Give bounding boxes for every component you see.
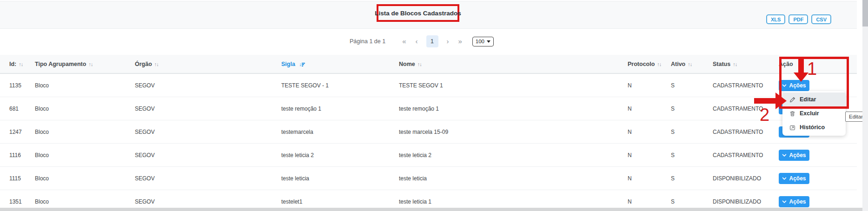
sort-icon: ↑↓ — [688, 61, 692, 67]
trash-icon — [789, 111, 795, 117]
column-header-orgao[interactable]: Órgão↑↓ — [135, 61, 281, 67]
chevron-down-icon — [782, 153, 787, 158]
acoes-button[interactable]: Ações — [779, 196, 809, 207]
page-size-value: 100 — [476, 39, 484, 44]
current-page-button[interactable]: 1 — [426, 35, 438, 47]
column-header-ativo[interactable]: Ativo↑↓ — [671, 61, 713, 67]
cell-orgao: SEGOV — [135, 129, 281, 135]
pagination-label: Página 1 de 1 — [350, 38, 385, 45]
annotation-arrow-down-head — [794, 73, 808, 82]
cell-id: 1135 — [9, 82, 35, 89]
column-header-protocolo[interactable]: Protocolo↑↓ — [628, 61, 671, 67]
cell-orgao: SEGOV — [135, 82, 281, 89]
cell-status: CADASTRAMENTO — [713, 82, 779, 89]
cell-nome: teste leticia 2 — [399, 152, 628, 158]
cell-status: DISPONIBILIZADO — [713, 198, 779, 205]
cell-id: 1351 — [9, 198, 35, 205]
chevron-down-icon — [782, 176, 787, 181]
cell-nome: teste leticia — [399, 175, 628, 182]
column-header-tipo-agrupamento[interactable]: Tipo Agrupamento↑↓ — [35, 61, 135, 67]
cell-ativo: S — [671, 198, 713, 205]
cell-id: 1115 — [9, 175, 35, 182]
chevron-down-icon — [782, 199, 787, 204]
table-row: 1247 Bloco SEGOV testemarcela teste marc… — [0, 120, 857, 144]
scrollbar-track[interactable] — [862, 0, 868, 211]
cell-status: CADASTRAMENTO — [713, 129, 779, 135]
select-caret-icon — [487, 40, 490, 43]
column-header-sigla[interactable]: Sigla ↓ — [281, 61, 399, 67]
page-title: Lista de Blocos Cadastrados — [375, 10, 461, 17]
cell-protocolo: N — [628, 175, 671, 182]
cell-id: 1116 — [9, 152, 35, 158]
last-page-button[interactable]: » — [458, 35, 462, 47]
export-xls-button[interactable]: XLS — [766, 14, 785, 24]
annotation-arrow-down — [798, 59, 804, 73]
sort-icon: ↑↓ — [88, 61, 93, 67]
sort-icon: ↑↓ — [154, 61, 159, 67]
column-header-id[interactable]: Id:↑↓ — [9, 61, 35, 67]
annotation-step-1: 1 — [807, 60, 817, 78]
cell-ativo: S — [671, 129, 713, 135]
cell-sigla: testelet1 — [281, 198, 399, 205]
cell-orgao: SEGOV — [135, 152, 281, 158]
export-csv-button[interactable]: CSV — [811, 14, 831, 24]
cell-tipo: Bloco — [35, 129, 135, 135]
cell-sigla: teste remoção 1 — [281, 106, 399, 112]
annotation-arrow-right-head — [775, 92, 787, 109]
cell-sigla: testemarcela — [281, 129, 399, 135]
table-header-row: Id:↑↓ Tipo Agrupamento↑↓ Órgão↑↓ Sigla ↓… — [0, 55, 857, 74]
cell-ativo: S — [671, 82, 713, 89]
column-header-nome[interactable]: Nome↑↓ — [399, 61, 628, 67]
table-row: 1135 Bloco SEGOV TESTE SEGOV - 1 TESTE S… — [0, 74, 857, 97]
history-icon — [789, 125, 795, 131]
cell-tipo: Bloco — [35, 106, 135, 112]
cell-ativo: S — [671, 152, 713, 158]
sort-icon: ↑↓ — [733, 61, 737, 67]
cell-tipo: Bloco — [35, 175, 135, 182]
sort-icon: ↑↓ — [657, 61, 661, 67]
cell-id: 1247 — [9, 129, 35, 135]
blocks-table: Id:↑↓ Tipo Agrupamento↑↓ Órgão↑↓ Sigla ↓… — [0, 55, 857, 211]
scrollbar-thumb[interactable] — [862, 0, 868, 26]
cell-ativo: S — [671, 106, 713, 112]
export-pdf-button[interactable]: PDF — [788, 14, 808, 24]
export-button-group: XLS PDF CSV — [766, 14, 831, 24]
first-page-button[interactable]: « — [402, 35, 406, 47]
cell-sigla: TESTE SEGOV - 1 — [281, 82, 399, 89]
cell-tipo: Bloco — [35, 198, 135, 205]
page-size-select[interactable]: 100 — [472, 37, 494, 46]
cell-sigla: teste leticia 2 — [281, 152, 399, 158]
sort-desc-icon: ↓ — [299, 61, 301, 67]
cell-orgao: SEGOV — [135, 198, 281, 205]
acoes-button[interactable]: Ações — [779, 173, 809, 184]
cell-nome: TESTE SEGOV 1 — [399, 82, 628, 89]
cell-sigla: teste leticia — [281, 175, 399, 182]
cell-protocolo: N — [628, 82, 671, 89]
column-header-status[interactable]: Status↑↓ — [713, 61, 779, 67]
pagination: Página 1 de 1 « ‹ 1 › » 100 — [350, 35, 494, 47]
sort-desc-bars-icon — [302, 62, 305, 66]
annotation-step-2: 2 — [760, 106, 769, 124]
bottom-edge-strip — [0, 208, 862, 211]
table-row: 1115 Bloco SEGOV teste leticia teste let… — [0, 167, 857, 190]
cell-orgao: SEGOV — [135, 175, 281, 182]
cell-protocolo: N — [628, 152, 671, 158]
cell-nome: teste remoção 1 — [399, 106, 628, 112]
acoes-button[interactable]: Ações — [779, 150, 809, 161]
table-row: 1116 Bloco SEGOV teste leticia 2 teste l… — [0, 144, 857, 167]
cell-protocolo: N — [628, 198, 671, 205]
cell-protocolo: N — [628, 106, 671, 112]
annotation-arrow-right — [754, 98, 776, 104]
table-row: 681 Bloco SEGOV teste remoção 1 teste re… — [0, 97, 857, 120]
prev-page-button[interactable]: ‹ — [416, 35, 418, 47]
menu-item-historico[interactable]: Histórico — [782, 120, 846, 134]
cell-nome: teste marcela 15-09 — [399, 129, 628, 135]
cell-protocolo: N — [628, 129, 671, 135]
cell-orgao: SEGOV — [135, 106, 281, 112]
sort-icon: ↑↓ — [417, 61, 422, 67]
next-page-button[interactable]: › — [447, 35, 449, 47]
cell-status: CADASTRAMENTO — [713, 152, 779, 158]
cell-tipo: Bloco — [35, 82, 135, 89]
cell-nome: teste leticia 1 — [399, 198, 628, 205]
cell-tipo: Bloco — [35, 152, 135, 158]
